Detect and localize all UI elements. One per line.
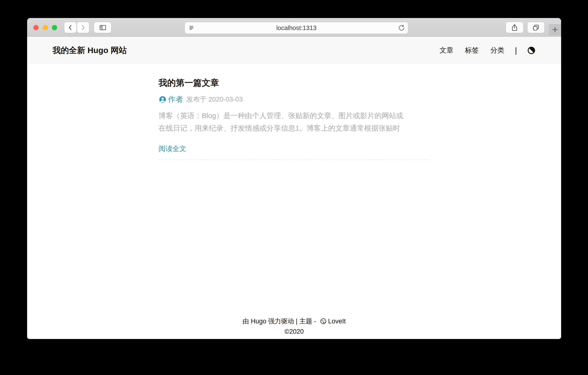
read-more-link[interactable]: 阅读全文 xyxy=(159,144,187,154)
site-footer: 由 Hugo 强力驱动 | 主题 - Lov xyxy=(27,316,561,339)
post-meta: 作者 发布于 2020-03-03 xyxy=(159,94,430,104)
share-button[interactable] xyxy=(506,22,523,33)
footer-powered-suffix: 强力驱动 xyxy=(266,316,296,326)
sidebar-toggle-button[interactable] xyxy=(94,22,111,33)
post-summary-card: 我的第一篇文章 xyxy=(159,77,430,160)
reload-icon[interactable] xyxy=(398,24,405,32)
url-bar[interactable]: localhost:1313 xyxy=(185,22,408,34)
footer-powered-line: 由 Hugo 强力驱动 | 主题 - Lov xyxy=(27,316,561,326)
copyright-text: ©2020 xyxy=(285,326,304,337)
tab-overview-icon xyxy=(532,23,540,32)
web-page: 我的全新 Hugo 网站 文章 标签 分类 | xyxy=(27,37,561,339)
nav-item-categories[interactable]: 分类 xyxy=(490,46,504,55)
desktop-background: localhost:1313 xyxy=(0,0,588,375)
close-traffic-light[interactable] xyxy=(33,25,39,30)
footer-hugo-link[interactable]: Hugo xyxy=(251,316,266,326)
browser-toolbar: localhost:1313 xyxy=(27,18,561,37)
footer-copyright: ©2020 xyxy=(27,326,561,337)
zoom-traffic-light[interactable] xyxy=(52,25,57,30)
back-chevron-icon xyxy=(67,24,74,31)
browser-window: localhost:1313 xyxy=(27,18,561,339)
footer-theme-link[interactable]: LoveIt xyxy=(328,316,346,326)
post-title-link[interactable]: 我的第一篇文章 xyxy=(159,77,430,88)
share-icon xyxy=(511,23,519,32)
new-tab-button[interactable]: + xyxy=(549,24,561,35)
site-nav: 文章 标签 分类 | xyxy=(440,46,536,55)
plus-icon: + xyxy=(552,25,558,35)
kissing-face-icon xyxy=(320,318,327,325)
footer-theme-prefix: 主题 - xyxy=(298,316,318,326)
site-title-link[interactable]: 我的全新 Hugo 网站 xyxy=(52,45,127,56)
sidebar-toggle-icon xyxy=(99,23,107,32)
forward-button[interactable] xyxy=(77,22,89,33)
footer-powered-prefix: 由 xyxy=(242,316,251,326)
post-divider xyxy=(159,160,430,160)
post-author-link[interactable]: 作者 xyxy=(168,94,183,104)
user-circle-icon xyxy=(159,96,167,104)
nav-item-posts[interactable]: 文章 xyxy=(440,46,453,55)
theme-toggle-button[interactable] xyxy=(527,46,536,55)
forward-chevron-icon xyxy=(79,24,87,31)
tab-overview-button[interactable] xyxy=(527,22,544,33)
nav-separator: | xyxy=(515,46,517,55)
nav-item-tags[interactable]: 标签 xyxy=(465,46,479,55)
reader-lines-icon[interactable] xyxy=(188,24,196,32)
site-header: 我的全新 Hugo 网站 文章 标签 分类 | xyxy=(27,37,561,64)
minimize-traffic-light[interactable] xyxy=(43,25,48,30)
post-published-date: 发布于 2020-03-03 xyxy=(187,95,243,104)
back-button[interactable] xyxy=(64,22,76,33)
contrast-circle-icon xyxy=(527,46,536,55)
footer-separator: | xyxy=(296,316,298,326)
url-text: localhost:1313 xyxy=(185,24,408,32)
post-summary-text: 博客（英语：Blog）是一种由个人管理、张贴新的文章、图片或影片的网站或在线日记… xyxy=(159,109,408,134)
main-content: 我的第一篇文章 xyxy=(27,64,561,316)
